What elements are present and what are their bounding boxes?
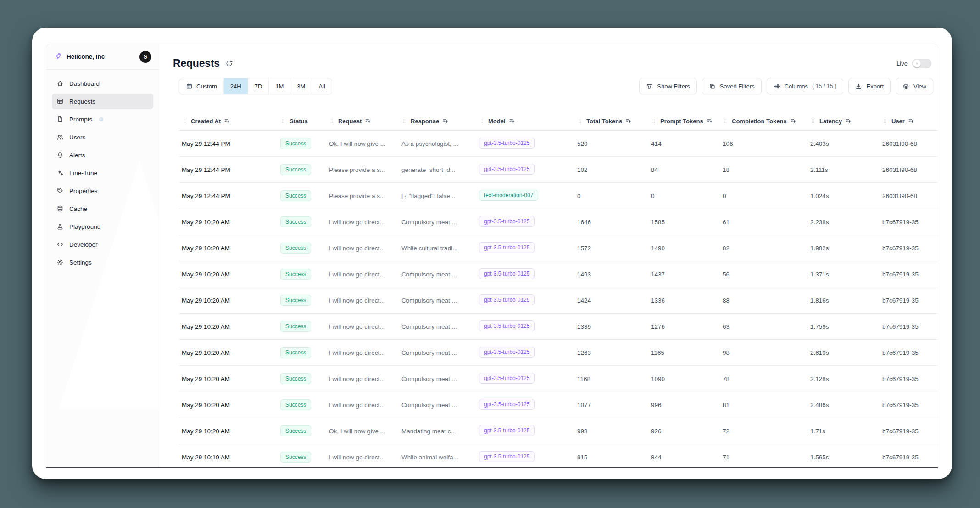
model-cell: gpt-3.5-turbo-0125 — [476, 392, 574, 418]
sidebar-item-playground[interactable]: Playground — [52, 219, 153, 234]
table-row[interactable]: May 29 12:44 PMSuccessPlease provide a s… — [179, 183, 938, 209]
column-header-control[interactable]: Created At — [182, 118, 274, 125]
table-row[interactable]: May 29 10:20 AMSuccessI will now go dire… — [179, 366, 938, 392]
column-header-control[interactable]: Prompt Tokens — [651, 118, 716, 125]
sort-icon[interactable] — [845, 118, 852, 124]
table-row[interactable]: May 29 10:20 AMSuccessI will now go dire… — [179, 287, 938, 314]
table-row[interactable]: May 29 10:20 AMSuccessI will now go dire… — [179, 392, 938, 418]
sidebar-item-prompts[interactable]: Prompts — [52, 111, 153, 127]
table-row[interactable]: May 29 12:44 PMSuccessPlease provide a s… — [179, 157, 938, 183]
drag-grip-icon[interactable] — [882, 118, 888, 124]
view-button[interactable]: View — [896, 78, 933, 94]
request-cell: I will now go direct... — [326, 209, 399, 235]
time-range-label: 24H — [230, 83, 241, 90]
time-range-1m[interactable]: 1M — [268, 78, 290, 94]
table-row[interactable]: May 29 10:20 AMSuccessI will now go dire… — [179, 261, 938, 287]
time-range-7d[interactable]: 7D — [248, 78, 269, 94]
sort-icon[interactable] — [442, 118, 449, 124]
latency-cell: 1.565s — [807, 444, 880, 468]
total-tokens-cell: 1646 — [574, 209, 648, 235]
completion-tokens-cell: 106 — [720, 131, 807, 157]
button-label: View — [913, 83, 926, 90]
column-header-control[interactable]: Request — [329, 118, 395, 125]
table-row[interactable]: May 29 10:20 AMSuccessI will now go dire… — [179, 340, 938, 366]
table-row[interactable]: May 29 10:20 AMSuccessI will now go dire… — [179, 209, 938, 235]
live-label: Live — [896, 60, 908, 67]
drag-grip-icon[interactable] — [723, 118, 729, 124]
response-cell: [ { "flagged": false... — [399, 183, 476, 209]
prompt-tokens-cell: 1437 — [648, 261, 720, 287]
column-header-control[interactable]: User — [882, 118, 938, 125]
sort-icon[interactable] — [908, 118, 914, 124]
model-badge: gpt-3.5-turbo-0125 — [479, 164, 535, 175]
total-tokens-cell: 1339 — [574, 314, 648, 340]
export-button[interactable]: Export — [848, 78, 891, 94]
drag-grip-icon[interactable] — [479, 118, 485, 124]
column-header-control[interactable]: Latency — [810, 118, 876, 125]
time-range-24h[interactable]: 24H — [223, 78, 248, 94]
column-header-control[interactable]: Total Tokens — [577, 118, 645, 125]
sidebar-item-label: Dashboard — [69, 80, 100, 87]
column-header-control[interactable]: Status — [280, 118, 323, 125]
drag-grip-icon[interactable] — [401, 118, 407, 124]
sidebar-item-alerts[interactable]: Alerts — [52, 147, 153, 163]
column-header-control[interactable]: Model — [479, 118, 571, 125]
sort-icon[interactable] — [707, 118, 713, 124]
prompt-tokens-cell: 1276 — [648, 314, 720, 340]
drag-grip-icon[interactable] — [577, 118, 583, 124]
table-row[interactable]: May 29 12:44 PMSuccessOk, I will now giv… — [179, 131, 938, 157]
model-badge: gpt-3.5-turbo-0125 — [479, 138, 535, 149]
sidebar-item-requests[interactable]: Requests — [52, 94, 153, 109]
response-cell: Compulsory meat ... — [399, 392, 476, 418]
live-toggle[interactable] — [912, 59, 931, 68]
drag-grip-icon[interactable] — [651, 118, 657, 124]
sidebar-item-users[interactable]: Users — [52, 129, 153, 145]
sidebar-item-properties[interactable]: Properties — [52, 183, 153, 199]
main-content: Requests Live Custom24H7D1M3MAll Show Fi… — [159, 44, 938, 467]
sidebar-item-label: Properties — [69, 188, 98, 194]
drag-grip-icon[interactable] — [329, 118, 335, 124]
sidebar: Helicone, Inc S DashboardRequestsPrompts… — [46, 44, 159, 467]
sort-icon[interactable] — [790, 118, 796, 124]
table-row[interactable]: May 29 10:20 AMSuccessI will now go dire… — [179, 235, 938, 261]
status-cell: Success — [278, 183, 326, 209]
response-cell: Compulsory meat ... — [399, 340, 476, 366]
column-header-control[interactable]: Response — [401, 118, 473, 125]
user-cell: b7c67919-35 — [880, 366, 938, 392]
time-range-all[interactable]: All — [312, 78, 331, 94]
prompt-tokens-cell: 996 — [648, 392, 720, 418]
drag-grip-icon[interactable] — [810, 118, 816, 124]
saved-filters-button[interactable]: Saved Filters — [702, 78, 762, 94]
sidebar-item-dashboard[interactable]: Dashboard — [52, 76, 153, 91]
column-label: Latency — [819, 118, 842, 125]
total-tokens-cell: 998 — [574, 418, 648, 444]
sidebar-item-developer[interactable]: Developer — [52, 237, 153, 252]
table-row[interactable]: May 29 10:20 AMSuccessI will now go dire… — [179, 314, 938, 340]
button-label: Show Filters — [657, 83, 690, 90]
org-switcher[interactable]: Helicone, Inc S — [46, 44, 159, 70]
table-row[interactable]: May 29 10:20 AMSuccessOk, I will now giv… — [179, 418, 938, 444]
model-badge: gpt-3.5-turbo-0125 — [479, 268, 535, 279]
time-range-3m[interactable]: 3M — [290, 78, 312, 94]
status-cell: Success — [278, 131, 326, 157]
drag-grip-icon[interactable] — [182, 118, 188, 124]
controls-row: Custom24H7D1M3MAll Show FiltersSaved Fil… — [179, 78, 933, 94]
drag-grip-icon[interactable] — [280, 118, 286, 124]
user-cell: b7c67919-35 — [880, 418, 938, 444]
show-filters-button[interactable]: Show Filters — [639, 78, 697, 94]
sliders-icon — [774, 83, 780, 90]
time-range-custom[interactable]: Custom — [179, 78, 223, 94]
columns-button[interactable]: Columns( 15 / 15 ) — [767, 78, 844, 94]
avatar[interactable]: S — [139, 51, 151, 63]
sidebar-item-settings[interactable]: Settings — [52, 254, 153, 270]
created-at-cell: May 29 12:44 PM — [179, 157, 278, 183]
sidebar-item-fine-tune[interactable]: Fine-Tune — [52, 165, 153, 181]
column-header-control[interactable]: Completion Tokens — [723, 118, 804, 125]
sort-icon[interactable] — [625, 118, 632, 124]
sort-icon[interactable] — [509, 118, 515, 124]
table-row[interactable]: May 29 10:19 AMSuccessI will now go dire… — [179, 444, 938, 468]
sort-icon[interactable] — [365, 118, 371, 124]
sort-icon[interactable] — [224, 118, 230, 124]
refresh-icon[interactable] — [225, 60, 233, 67]
sidebar-item-cache[interactable]: Cache — [52, 201, 153, 216]
